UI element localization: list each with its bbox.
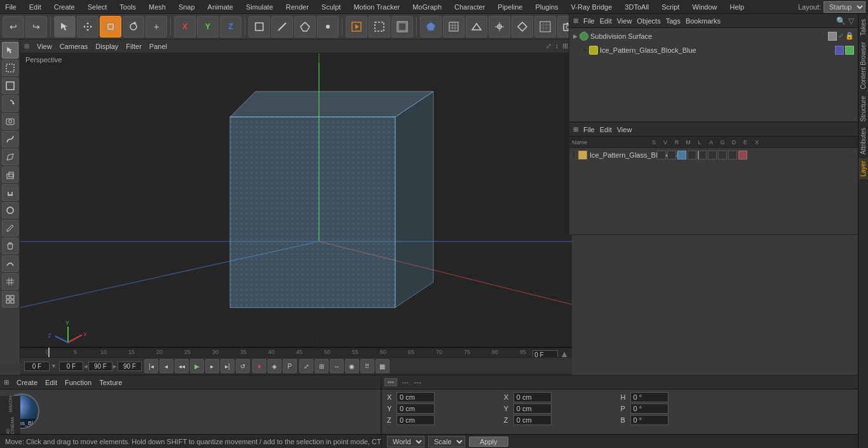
viewport-menu-filter[interactable]: Filter [126,43,141,50]
tag-other-icon[interactable] [845,46,854,55]
dots-button[interactable]: ⠿ [360,359,374,373]
grid-visible-button[interactable] [534,16,556,37]
workplane-button[interactable] [466,16,487,37]
viewport-menu-view[interactable]: View [37,43,52,50]
pivot-button[interactable] [489,16,510,37]
menu-sculpt[interactable]: Sculpt [319,2,344,12]
loop-button[interactable]: ↺ [236,359,250,373]
mat-panel-menu-texture[interactable]: Texture [99,379,122,386]
mat-menu-view[interactable]: View [617,126,632,133]
goto-end-button[interactable]: ▸| [220,359,234,373]
tool-knife[interactable] [2,149,18,165]
menu-plugins[interactable]: Plugins [532,2,560,12]
start-frame-input[interactable] [59,362,83,371]
tag-icon-1[interactable] [828,32,837,41]
coord-b-input[interactable] [630,415,668,425]
viewport-canvas[interactable]: Perspective [20,53,572,362]
tool-spline[interactable] [2,131,18,147]
x-axis-button[interactable]: X [174,16,196,37]
coord-x-input[interactable] [397,392,435,402]
objects-row-subdivision[interactable]: ▶ Subdivision Surface ✓ 🔒 [572,29,855,43]
objects-menu-view[interactable]: View [617,17,632,25]
end-frame-up[interactable]: ▸ [113,362,117,370]
model-mode-button[interactable] [248,16,270,37]
goto-start-button[interactable]: |◂ [144,359,158,373]
coord-y-size-input[interactable] [513,404,552,414]
record-button[interactable]: ● [252,359,266,373]
mat-menu-edit[interactable]: Edit [600,126,612,133]
mat-row-icepattern[interactable]: Ice_Pattern_Glass_Block_Blue [569,148,858,162]
mat-panel-menu-edit[interactable]: Edit [45,379,57,386]
tool-live-select[interactable] [2,42,18,58]
play-reverse-button[interactable]: ◂◂ [175,359,189,373]
coord-z-size-input[interactable] [513,415,552,425]
tool-box-select[interactable] [2,60,18,76]
viewport-control-btn1[interactable]: ⤢ [546,42,552,50]
menu-select[interactable]: Select [85,2,110,12]
mat-icon-5[interactable] [698,151,707,160]
menu-vray[interactable]: V-Ray Bridge [569,2,615,12]
motion-clip-button[interactable]: ▦ [376,359,390,373]
menu-mesh[interactable]: Mesh [146,2,168,12]
select-tool-button[interactable] [54,16,76,37]
menu-help[interactable]: Help [728,2,747,12]
tool-paintbrush[interactable] [2,220,18,236]
menu-create[interactable]: Create [51,2,78,12]
objects-menu-objects[interactable]: Objects [637,17,660,25]
menu-snap[interactable]: Snap [176,2,198,12]
tag-mat-icon[interactable] [835,46,844,55]
menu-script[interactable]: Script [659,2,682,12]
mat-icon-9[interactable] [738,151,747,160]
render-to-picture-viewer-button[interactable] [391,16,413,37]
rotate-tool-button[interactable] [123,16,144,37]
move-view-button[interactable]: ⤢ [299,359,313,373]
menu-file[interactable]: File [3,2,19,12]
tool-extrude[interactable] [2,166,18,183]
viewport-control-btn2[interactable]: ↕ [555,42,559,50]
coords-btn-1[interactable]: --- [400,379,411,386]
undo-button[interactable]: ↩ [3,16,24,37]
coord-h-input[interactable] [630,392,668,402]
tool-grid[interactable] [2,273,18,290]
menu-tools[interactable]: Tools [117,2,139,12]
tool-camera[interactable] [2,113,18,130]
menu-3dtoall[interactable]: 3DToAll [622,2,651,12]
mat-menu-file[interactable]: File [583,126,595,133]
viewport-menu-cameras[interactable]: Cameras [60,43,88,50]
auto-keying-button[interactable]: P [283,359,297,373]
objects-icon[interactable]: ⊞ [573,17,578,24]
move-tool-button[interactable] [77,16,98,37]
mat-icon-1[interactable] [657,151,666,160]
vtab-attributes[interactable]: Attributes [858,125,868,157]
coord-x-size-input[interactable] [513,392,552,402]
world-dropdown[interactable]: World [387,436,424,447]
current-frame-input[interactable] [24,362,50,371]
mat-icon-6[interactable] [708,151,717,160]
object-snap-button[interactable] [420,16,442,37]
coord-z-input[interactable] [397,415,435,425]
record-keyframe-button[interactable]: ◈ [268,359,281,373]
menu-motion-tracker[interactable]: Motion Tracker [351,2,402,12]
tool-polygon[interactable] [2,78,18,94]
redo-button[interactable]: ↪ [25,16,47,37]
solo-button[interactable] [512,16,533,37]
menu-mograph[interactable]: MoGraph [410,2,444,12]
objects-menu-file[interactable]: File [583,17,595,25]
viewport-control-btn3[interactable]: ⊞ [562,42,568,50]
viewport-menu-panel[interactable]: Panel [149,43,167,50]
tool-smooth[interactable] [2,202,18,219]
mat-icon-3[interactable] [677,151,686,160]
scale-dropdown[interactable]: Scale [428,436,465,447]
scale-view-button[interactable]: ↔ [330,359,344,373]
record-val-button[interactable]: ◉ [345,359,359,373]
menu-edit[interactable]: Edit [27,2,44,12]
vtab-takes[interactable]: Takes [858,17,868,38]
render-button[interactable] [346,16,367,37]
mat-icon-2[interactable] [667,151,676,160]
tool-more[interactable] [2,291,18,308]
play-button[interactable]: ▶ [190,359,204,373]
grid-snap-button[interactable] [443,16,465,37]
y-axis-button[interactable]: Y [197,16,219,37]
start-frame-down[interactable]: ◂ [84,362,88,370]
vtab-structure[interactable]: Structure [858,93,868,125]
